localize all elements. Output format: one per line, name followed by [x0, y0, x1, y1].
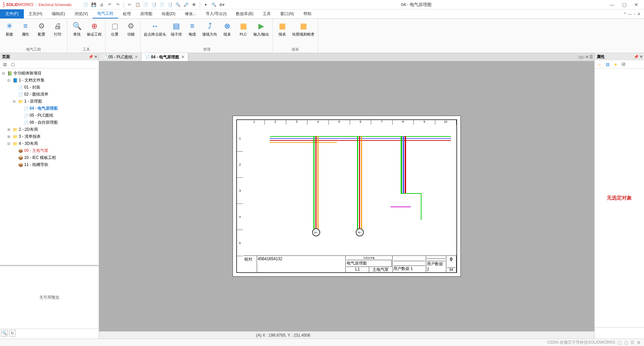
ribbon-打印[interactable]: 🖨打印	[50, 20, 65, 37]
tab-close-icon[interactable]: ✕	[135, 55, 138, 59]
close-button[interactable]: ✕	[631, 2, 641, 7]
star-icon[interactable]: ★	[612, 61, 619, 68]
menu-tab-8[interactable]: 导入/导出(I)	[201, 9, 232, 18]
menu-tab-4[interactable]: 处理	[118, 9, 136, 18]
qat-pan-icon[interactable]: ✥	[190, 1, 198, 8]
tree-2d[interactable]: 📁2 - 2D布局	[12, 126, 39, 133]
tree-root[interactable]: 📗全功能体验项目	[6, 70, 42, 76]
list-icon[interactable]: ▤	[604, 61, 611, 68]
tree-3d[interactable]: 📁4 - 3D布局	[12, 140, 39, 147]
pin-icon[interactable]: 📌 ✕	[89, 55, 97, 59]
qat-paste2-icon[interactable]: 📑	[150, 1, 157, 8]
tree-report[interactable]: 📁3 - 清单报表	[12, 133, 41, 140]
file-menu[interactable]: 文件(F)	[0, 9, 24, 18]
statusbar: (A) X : 198.8765, Y : 231.4506	[99, 331, 594, 339]
tab-nav-right-icon[interactable]: ▷	[582, 55, 585, 59]
menu-tab-11[interactable]: 窗口(N)	[276, 9, 299, 18]
doctab[interactable]: 📄 04 - 电气原理图✕	[142, 53, 188, 61]
ribbon-collapse-icon[interactable]: ^	[624, 12, 626, 16]
footer-icon2[interactable]: ▢	[624, 340, 628, 345]
canvas[interactable]: 12345678910 12345	[99, 61, 594, 331]
ribbon-绘图规则检查[interactable]: ▦绘图规则检查	[291, 20, 316, 37]
qat-undo-icon[interactable]: ↶	[106, 1, 113, 8]
menu-tab-12[interactable]: 帮助	[299, 9, 316, 18]
m-icon[interactable]: Ⓜ	[620, 61, 627, 68]
tree-item[interactable]: 📄01 - 封面	[17, 84, 41, 91]
home-icon[interactable]: ⌂	[596, 61, 603, 68]
ribbon-icon: ▦	[277, 21, 288, 32]
qat-new-icon[interactable]: 📄	[82, 1, 89, 8]
ribbon-起点终点箭头[interactable]: ↔起点终点箭头	[143, 20, 167, 37]
menu-tab-3[interactable]: 电气工程	[93, 9, 118, 18]
ribbon-icon: ⤴	[204, 21, 215, 32]
ribbon-icon: ▶	[256, 21, 267, 32]
thumb-view-icon[interactable]: ▢	[9, 61, 16, 68]
tree-item[interactable]: 📄06 - 自控原理图	[22, 119, 58, 126]
restore-button[interactable]: ▢	[619, 2, 629, 7]
ribbon-查找[interactable]: 🔍查找	[69, 20, 84, 37]
ribbon-icon: 🖨	[52, 21, 63, 32]
tab-nav-left-icon[interactable]: ◁	[578, 55, 581, 59]
menu-tab-5[interactable]: 原理图	[136, 9, 157, 18]
qat-print-icon[interactable]: 🖨	[98, 1, 105, 8]
qat-target-icon[interactable]: ⊕▾	[218, 1, 226, 8]
tab-close-icon[interactable]: ✕	[181, 55, 185, 59]
tab-close-icon[interactable]: ✕	[585, 55, 589, 59]
menu-tab-9[interactable]: 数据库(B)	[231, 9, 258, 18]
tree-item[interactable]: 📄04 - 电气原理图	[22, 105, 58, 112]
qat-save-icon[interactable]: 💾	[90, 1, 97, 8]
ribbon-输入/输出[interactable]: ▶输入/输出	[252, 20, 270, 37]
tree-item[interactable]: 📄02 - 图纸清单	[17, 91, 49, 98]
footer-icon4[interactable]: ⚙	[637, 340, 641, 345]
refresh-icon[interactable]: ↻	[9, 330, 16, 337]
tree-item[interactable]: 📦10 - IEC 模板工程	[17, 155, 57, 161]
qat-paste-icon[interactable]: 📄	[142, 1, 149, 8]
ribbon-电缆[interactable]: ≡电缆	[185, 20, 200, 37]
tree-docset[interactable]: 📘1 - 文档文件集	[12, 77, 45, 83]
menu-tab-7[interactable]: 修改...	[180, 9, 201, 18]
ribbon-报表[interactable]: ▦报表	[275, 20, 290, 37]
tree-item[interactable]: 📦09 - 主电气室	[17, 148, 49, 154]
pin-icon[interactable]: 📌 ✕	[634, 55, 643, 59]
ribbon-配置[interactable]: ⚙配置	[34, 20, 49, 37]
minimize-button[interactable]: —	[607, 2, 617, 7]
tree-item[interactable]: 📦11 - 线槽导轨	[17, 162, 49, 168]
tree-item[interactable]: 📄05 - PLC图纸	[22, 112, 54, 119]
qat-copy3-icon[interactable]: 📑	[166, 1, 174, 8]
ribbon-close-icon[interactable]: ✕	[637, 12, 641, 16]
tree-view-icon[interactable]: ▤	[1, 61, 8, 68]
tab-menu-icon[interactable]: ☰	[589, 55, 593, 59]
ribbon-接线方向[interactable]: ⤴接线方向	[201, 20, 218, 37]
menu-tab-6[interactable]: 绘图(D)	[157, 9, 180, 18]
qat-zoom-in-icon[interactable]: 🔍	[174, 1, 182, 8]
menu-tab-1[interactable]: 编辑(E)	[47, 9, 70, 18]
doctab[interactable]: 📄 05 - PLC图纸✕	[99, 53, 142, 61]
qat-copy-icon[interactable]: 📋	[134, 1, 141, 8]
footer-icon1[interactable]: ▢	[618, 340, 622, 345]
tree-schematic-folder[interactable]: 📁1 - 原理图	[17, 98, 43, 105]
ribbon-端子排[interactable]: ▤端子排	[169, 20, 184, 37]
footer-icon3[interactable]: ☰	[631, 340, 634, 345]
ribbon-PLC[interactable]: ▦PLC	[236, 20, 251, 37]
ribbon-属性[interactable]: ≡属性	[18, 20, 33, 37]
ribbon-min-icon[interactable]: —	[628, 12, 632, 16]
ribbon-icon: ⚙	[36, 21, 47, 32]
qat-cut-icon[interactable]: ✂	[126, 1, 133, 8]
ribbon-restore-icon[interactable]: ▫	[634, 12, 635, 16]
ribbon-位置[interactable]: ▢位置	[107, 20, 122, 37]
ribbon-功能[interactable]: ⚙功能	[123, 20, 138, 37]
menu-tab-10[interactable]: 工具	[258, 9, 276, 18]
ribbon-验证工程[interactable]: ⊕验证工程	[86, 20, 103, 37]
ribbon-线束[interactable]: ⊗线束	[220, 20, 235, 37]
qat-filter-icon[interactable]: ▾	[202, 1, 209, 8]
ribbon-新建[interactable]: ✳新建	[2, 20, 17, 37]
menu-tab-2[interactable]: 浏览(V)	[70, 9, 93, 18]
qat-copy2-icon[interactable]: 📄	[158, 1, 165, 8]
document-tabs: 📄 05 - PLC图纸✕📄 04 - 电气原理图✕ ◁ ▷ ✕ ☰	[99, 53, 594, 61]
menu-tab-0[interactable]: 主页(H)	[24, 9, 47, 18]
qat-zoom-out-icon[interactable]: 🔎	[182, 1, 190, 8]
qat-redo-icon[interactable]: ↷	[114, 1, 121, 8]
left-panel: 页面 📌 ✕ ▤ ▢ ⊟ 📗全功能体验项目 ⊟ 📘1 - 文档文件集 📄01 -…	[0, 53, 99, 339]
qat-search-icon[interactable]: 🔍	[210, 1, 217, 8]
zoom-tool-icon[interactable]: 🔍	[1, 330, 8, 337]
